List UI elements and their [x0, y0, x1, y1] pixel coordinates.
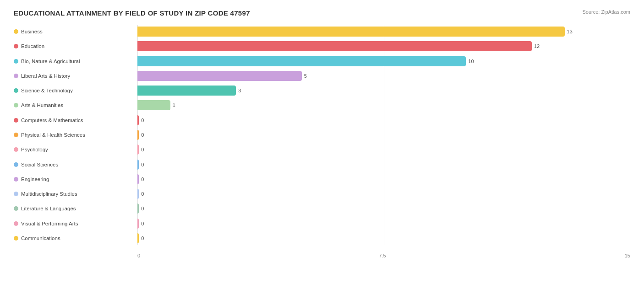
bar-dot: [14, 103, 18, 107]
bar-label-wrapper: Communications: [14, 235, 137, 241]
bar-dot: [14, 162, 18, 167]
bar-track: 0: [137, 219, 630, 229]
bar-label-text: Social Sciences: [21, 162, 58, 167]
bar-fill: [137, 233, 139, 243]
bar-label-wrapper: Visual & Performing Arts: [14, 221, 137, 226]
bar-fill: [137, 115, 139, 125]
x-axis-label: 15: [625, 253, 630, 258]
bar-dot: [14, 44, 18, 48]
bar-value-label: 0: [141, 177, 144, 182]
x-axis-label: 0: [137, 253, 140, 258]
bar-row: Computers & Mathematics0: [14, 114, 630, 127]
bar-label-text: Computers & Mathematics: [21, 118, 83, 123]
bar-value-label: 0: [141, 132, 144, 138]
bar-fill: [137, 174, 139, 184]
bar-label-wrapper: Education: [14, 43, 137, 49]
bar-dot: [14, 29, 18, 34]
bar-fill: [137, 144, 139, 155]
bar-dot: [14, 59, 18, 64]
bar-track: 3: [137, 86, 630, 96]
x-axis: 07.515: [137, 253, 630, 258]
bar-row: Liberal Arts & History5: [14, 70, 630, 82]
bar-row: Social Sciences0: [14, 158, 630, 171]
bar-row: Arts & Humanities1: [14, 99, 630, 112]
bar-fill: [137, 100, 170, 110]
title-row: EDUCATIONAL ATTAINMENT BY FIELD OF STUDY…: [14, 9, 630, 17]
bar-label-wrapper: Science & Technology: [14, 88, 137, 93]
bar-track: 0: [137, 203, 630, 214]
bar-label-wrapper: Social Sciences: [14, 162, 137, 167]
bar-value-label: 0: [141, 118, 144, 123]
bar-track: 12: [137, 41, 630, 51]
bar-value-label: 3: [238, 88, 241, 93]
bar-row: Education12: [14, 40, 630, 53]
bar-track: 0: [137, 174, 630, 184]
bar-label-text: Liberal Arts & History: [21, 73, 70, 79]
bar-label-text: Science & Technology: [21, 88, 73, 93]
bar-label-text: Education: [21, 43, 44, 49]
bar-row: Bio, Nature & Agricultural10: [14, 55, 630, 68]
bar-label-text: Visual & Performing Arts: [21, 221, 78, 226]
bar-row: Visual & Performing Arts0: [14, 217, 630, 230]
bar-label-wrapper: Computers & Mathematics: [14, 118, 137, 123]
bar-fill: [137, 56, 466, 66]
bar-fill: [137, 86, 236, 96]
bar-value-label: 0: [141, 162, 144, 167]
bar-label-text: Communications: [21, 235, 60, 241]
source-text: Source: ZipAtlas.com: [582, 9, 630, 15]
bar-value-label: 1: [173, 102, 175, 108]
bar-value-label: 12: [534, 43, 540, 49]
chart-area: Business13Education12Bio, Nature & Agric…: [14, 25, 630, 258]
bar-label-wrapper: Engineering: [14, 177, 137, 182]
bar-track: 0: [137, 130, 630, 140]
bar-fill: [137, 160, 139, 170]
bar-dot: [14, 88, 18, 93]
bar-label-text: Literature & Languages: [21, 206, 76, 211]
bar-track: 5: [137, 71, 630, 81]
bar-fill: [137, 189, 139, 199]
bar-dot: [14, 74, 18, 78]
bar-row: Science & Technology3: [14, 84, 630, 97]
bar-dot: [14, 221, 18, 226]
bar-track: 0: [137, 115, 630, 125]
bar-label-text: Multidisciplinary Studies: [21, 191, 77, 197]
bar-fill: [137, 27, 565, 37]
bar-row: Communications0: [14, 232, 630, 245]
bar-value-label: 0: [141, 206, 144, 211]
chart-title: EDUCATIONAL ATTAINMENT BY FIELD OF STUDY…: [14, 9, 250, 17]
bar-label-wrapper: Multidisciplinary Studies: [14, 191, 137, 197]
bar-label-text: Business: [21, 29, 43, 34]
bar-fill: [137, 203, 139, 214]
bar-row: Psychology0: [14, 143, 630, 156]
bar-dot: [14, 118, 18, 123]
bar-label-text: Arts & Humanities: [21, 102, 63, 108]
bar-label-wrapper: Liberal Arts & History: [14, 73, 137, 79]
bar-row: Engineering0: [14, 173, 630, 186]
bar-dot: [14, 236, 18, 241]
bar-label-wrapper: Physical & Health Sciences: [14, 132, 137, 138]
bar-label-wrapper: Business: [14, 29, 137, 34]
bar-label-wrapper: Literature & Languages: [14, 206, 137, 211]
main-container: EDUCATIONAL ATTAINMENT BY FIELD OF STUDY…: [0, 0, 644, 289]
bars-container: Business13Education12Bio, Nature & Agric…: [14, 25, 630, 245]
bar-dot: [14, 177, 18, 182]
bar-dot: [14, 206, 18, 211]
bar-label-text: Physical & Health Sciences: [21, 132, 85, 138]
bar-track: 13: [137, 27, 630, 37]
bar-track: 1: [137, 100, 630, 110]
bar-fill: [137, 130, 139, 140]
bar-track: 0: [137, 160, 630, 170]
bar-track: 0: [137, 233, 630, 243]
bar-dot: [14, 147, 18, 152]
x-axis-label: 7.5: [379, 253, 386, 258]
bar-label-text: Engineering: [21, 177, 49, 182]
bar-value-label: 5: [304, 73, 307, 79]
bar-dot: [14, 192, 18, 196]
bar-label-wrapper: Bio, Nature & Agricultural: [14, 59, 137, 64]
bar-track: 0: [137, 144, 630, 155]
bar-value-label: 0: [141, 235, 144, 241]
bar-value-label: 13: [567, 29, 573, 34]
bar-value-label: 10: [468, 59, 474, 64]
bar-value-label: 0: [141, 147, 144, 152]
bar-row: Physical & Health Sciences0: [14, 128, 630, 141]
